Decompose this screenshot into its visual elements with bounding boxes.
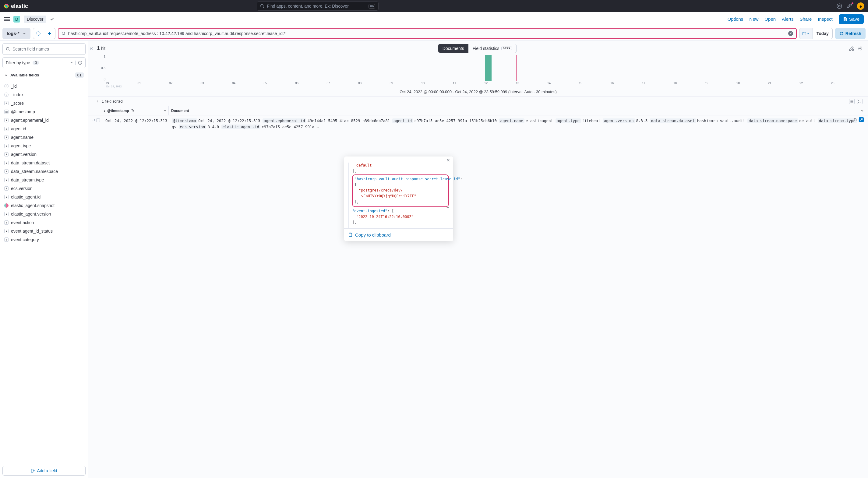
field-name: elastic_agent.snapshot bbox=[11, 203, 55, 208]
field-item[interactable]: kdata_stream.dataset bbox=[2, 159, 84, 167]
field-type-icon: k bbox=[4, 127, 8, 131]
table-header: @timestamp Document bbox=[88, 106, 868, 116]
alerts-link[interactable]: Alerts bbox=[782, 17, 794, 22]
field-item[interactable]: kevent.category bbox=[2, 235, 84, 244]
search-icon bbox=[260, 4, 265, 8]
field-item[interactable]: kdata_stream.namespace bbox=[2, 167, 84, 176]
chart-edit-icon[interactable] bbox=[849, 46, 854, 51]
json-value: default bbox=[356, 163, 372, 167]
sort-info-label[interactable]: 1 field sorted bbox=[102, 99, 123, 103]
copy-to-clipboard-button[interactable]: Copy to clipboard bbox=[344, 228, 453, 241]
field-type-icon: k bbox=[4, 178, 8, 182]
view-row-icon[interactable] bbox=[859, 117, 864, 122]
field-type-icon: k bbox=[4, 212, 8, 216]
field-search-input[interactable]: Search field names bbox=[2, 43, 86, 55]
column-document[interactable]: Document bbox=[169, 109, 868, 113]
svg-point-1 bbox=[837, 4, 842, 8]
field-item[interactable]: kagent.ephemeral_id bbox=[2, 116, 84, 125]
histogram-chart[interactable]: 10.50 24Oct 24, 202201020304050607080910… bbox=[88, 55, 868, 88]
field-item[interactable]: ○_id bbox=[2, 82, 84, 90]
field-type-icon: k bbox=[4, 152, 8, 157]
collapse-sidebar-icon[interactable] bbox=[90, 46, 94, 51]
json-key: "event.ingested" bbox=[352, 209, 388, 213]
json-value: "2022-10-24T16:22:16.000Z" bbox=[356, 215, 413, 219]
field-type-icon: k bbox=[4, 169, 8, 173]
user-avatar[interactable]: e bbox=[857, 2, 864, 10]
available-fields-header[interactable]: Available fields 61 bbox=[2, 71, 86, 79]
save-button[interactable]: Save bbox=[839, 14, 864, 24]
query-input[interactable]: hashicorp_vault.audit.request.remote_add… bbox=[58, 28, 797, 39]
inspect-link[interactable]: Inspect bbox=[818, 17, 832, 22]
svg-point-4 bbox=[36, 32, 40, 35]
filter-toggle-icon[interactable] bbox=[33, 28, 44, 39]
search-icon bbox=[62, 31, 66, 36]
field-name: ecs.version bbox=[11, 186, 33, 191]
field-item[interactable]: kagent.type bbox=[2, 141, 84, 150]
app-name-pill[interactable]: Discover bbox=[24, 15, 46, 23]
help-icon[interactable] bbox=[836, 3, 842, 9]
add-field-button[interactable]: Add a field bbox=[2, 466, 86, 476]
svg-point-2 bbox=[838, 5, 840, 7]
filter-by-type-count: 0 bbox=[33, 61, 39, 65]
field-type-icon: k bbox=[4, 186, 8, 191]
elastic-logo[interactable]: elastic bbox=[4, 3, 28, 9]
tab-documents[interactable]: Documents bbox=[438, 44, 468, 53]
column-timestamp-label: @timestamp bbox=[107, 109, 129, 113]
info-icon[interactable] bbox=[75, 61, 82, 65]
index-pattern-selector[interactable]: logs-* bbox=[2, 28, 30, 39]
fields-sidebar: Search field names Filter by type 0 Avai… bbox=[0, 41, 88, 478]
news-icon[interactable] bbox=[847, 3, 853, 9]
density-icon[interactable] bbox=[849, 99, 855, 104]
available-fields-count: 61 bbox=[75, 72, 84, 77]
tab-field-statistics[interactable]: Field statistics BETA bbox=[468, 44, 517, 53]
field-type-icon: ○ bbox=[4, 93, 8, 97]
chevron-down-icon bbox=[4, 73, 8, 77]
options-link[interactable]: Options bbox=[727, 17, 743, 22]
field-type-icon: # bbox=[4, 101, 8, 105]
share-link[interactable]: Share bbox=[800, 17, 812, 22]
clock-icon bbox=[130, 109, 134, 113]
global-search[interactable]: Find apps, content, and more. Ex: Discov… bbox=[257, 2, 378, 11]
field-name: event.category bbox=[11, 237, 39, 242]
row-timestamp: Oct 24, 2022 @ 12:22:15.313 bbox=[105, 118, 172, 130]
new-link[interactable]: New bbox=[749, 17, 758, 22]
field-type-icon: k bbox=[4, 135, 8, 139]
field-item[interactable]: elastic_agent.snapshot bbox=[2, 201, 84, 210]
elastic-logo-icon bbox=[4, 3, 9, 9]
field-item[interactable]: kevent.agent_id_status bbox=[2, 227, 84, 235]
notification-dot bbox=[851, 2, 854, 4]
field-item[interactable]: kelastic_agent.version bbox=[2, 210, 84, 218]
field-item[interactable]: kagent.id bbox=[2, 125, 84, 133]
field-item[interactable]: ○_index bbox=[2, 90, 84, 99]
field-item[interactable]: #_score bbox=[2, 99, 84, 107]
column-timestamp[interactable]: @timestamp bbox=[102, 106, 169, 115]
filter-by-type[interactable]: Filter by type 0 bbox=[2, 57, 86, 68]
clear-query-icon[interactable]: ✕ bbox=[788, 31, 793, 36]
chevron-down-icon bbox=[807, 32, 810, 35]
field-item[interactable]: kdata_stream.type bbox=[2, 176, 84, 184]
field-item[interactable]: ▦@timestamp bbox=[2, 107, 84, 116]
row-checkbox[interactable] bbox=[96, 119, 100, 122]
field-item[interactable]: kelastic_agent.id bbox=[2, 193, 84, 201]
close-icon[interactable] bbox=[446, 158, 451, 163]
json-popover: default ], "hashicorp_vault.audit.respon… bbox=[344, 157, 453, 241]
nav-toggle-icon[interactable] bbox=[4, 18, 10, 21]
field-name: @timestamp bbox=[11, 109, 35, 114]
date-picker[interactable]: Today bbox=[799, 28, 833, 39]
field-item[interactable]: kagent.name bbox=[2, 133, 84, 141]
field-item[interactable]: kagent.version bbox=[2, 150, 84, 159]
add-filter-icon[interactable] bbox=[44, 28, 55, 39]
refresh-button[interactable]: Refresh bbox=[835, 28, 866, 39]
settings-icon[interactable] bbox=[858, 46, 863, 51]
copy-row-icon[interactable] bbox=[853, 117, 858, 122]
field-item[interactable]: kecs.version bbox=[2, 184, 84, 193]
field-item[interactable]: kevent.action bbox=[2, 218, 84, 227]
svg-rect-9 bbox=[31, 469, 33, 473]
elastic-logo-text: elastic bbox=[11, 3, 28, 9]
field-name: _score bbox=[11, 101, 24, 106]
expand-row-icon[interactable] bbox=[91, 119, 95, 122]
fullscreen-icon[interactable] bbox=[857, 99, 863, 104]
open-link[interactable]: Open bbox=[765, 17, 776, 22]
svg-rect-6 bbox=[803, 32, 806, 35]
sort-desc-icon bbox=[103, 109, 106, 113]
